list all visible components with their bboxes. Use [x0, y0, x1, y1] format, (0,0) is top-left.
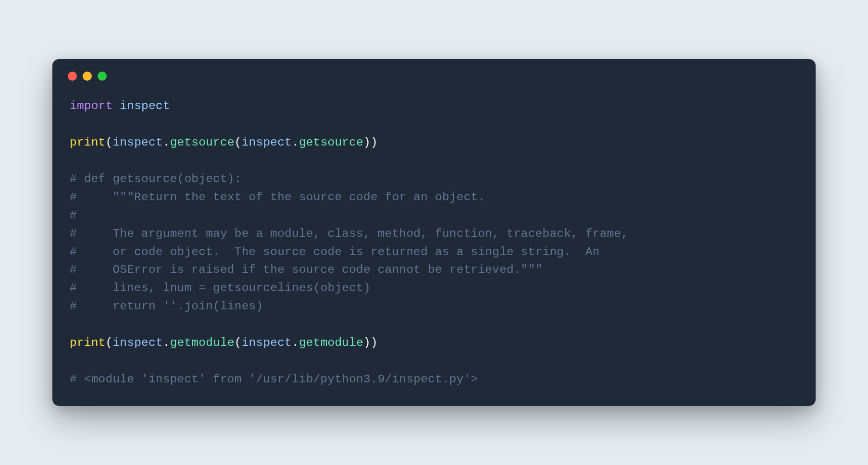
object-ref: inspect — [112, 136, 162, 149]
dot: . — [292, 336, 299, 349]
code-line: print(inspect.getsource(inspect.getsourc… — [70, 134, 798, 152]
object-ref: inspect — [242, 136, 292, 149]
comment-line: # <module 'inspect' from '/usr/lib/pytho… — [70, 370, 798, 389]
comment-line: # def getsource(object): — [70, 170, 798, 188]
module-name: inspect — [120, 99, 170, 112]
code-line: import inspect — [70, 97, 798, 115]
comment-line: # or code object. The source code is ret… — [70, 243, 798, 261]
paren: ) — [371, 136, 378, 149]
comment-line: # lines, lnum = getsourcelines(object) — [70, 279, 798, 297]
builtin-func: print — [70, 336, 106, 349]
object-ref: inspect — [112, 336, 162, 349]
code-block: import inspectprint(inspect.getsource(in… — [70, 97, 798, 389]
comment-line: # """Return the text of the source code … — [70, 188, 798, 207]
builtin-func: print — [70, 136, 106, 149]
blank-line — [70, 152, 798, 170]
code-line: print(inspect.getmodule(inspect.getmodul… — [70, 334, 798, 352]
comment-line: # — [70, 207, 798, 225]
keyword-import: import — [70, 99, 112, 112]
paren: ( — [106, 336, 113, 349]
object-ref: inspect — [242, 336, 292, 349]
dot: . — [292, 136, 299, 149]
comment-line: # The argument may be a module, class, m… — [70, 225, 798, 243]
paren: ) — [371, 336, 378, 349]
method-name: getsource — [299, 136, 363, 149]
maximize-icon[interactable] — [98, 72, 107, 81]
blank-line — [70, 115, 798, 134]
method-name: getmodule — [170, 336, 235, 349]
code-window: import inspectprint(inspect.getsource(in… — [52, 59, 816, 406]
paren: ( — [106, 136, 113, 149]
dot: . — [163, 136, 170, 149]
comment-line: # OSError is raised if the source code c… — [70, 261, 798, 279]
paren: ) — [363, 336, 371, 349]
method-name: getsource — [170, 136, 235, 149]
method-name: getmodule — [299, 336, 363, 349]
dot: . — [163, 336, 170, 349]
paren: ) — [363, 136, 371, 149]
blank-line — [70, 316, 798, 334]
window-controls — [68, 72, 798, 81]
blank-line — [70, 352, 798, 370]
paren: ( — [235, 336, 242, 349]
close-icon[interactable] — [68, 72, 77, 81]
minimize-icon[interactable] — [83, 72, 92, 81]
paren: ( — [235, 136, 242, 149]
comment-line: # return ''.join(lines) — [70, 297, 798, 316]
